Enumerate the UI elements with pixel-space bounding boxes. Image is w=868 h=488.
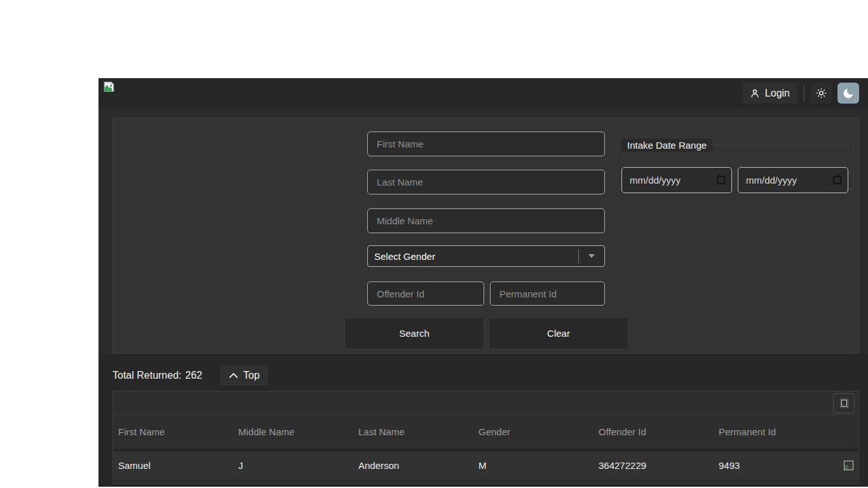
grid-header-row: First Name Middle Name Last Name Gender … bbox=[113, 415, 858, 451]
dark-theme-button[interactable] bbox=[837, 83, 859, 104]
total-returned-value: 262 bbox=[186, 370, 203, 381]
total-returned: Total Returned: 262 bbox=[112, 370, 202, 381]
gender-select-value: Select Gender bbox=[368, 251, 578, 262]
cell-first-name: Samuel bbox=[113, 460, 233, 471]
results-bar: Total Returned: 262 Top bbox=[112, 365, 268, 386]
intake-date-to-field bbox=[738, 167, 848, 193]
permanent-id-input[interactable] bbox=[490, 281, 605, 306]
grid-toolbar-button[interactable] bbox=[833, 393, 855, 413]
scroll-top-label: Top bbox=[243, 370, 260, 381]
column-header-permanent-id: Permanent Id bbox=[714, 426, 834, 437]
column-header-gender: Gender bbox=[473, 426, 593, 437]
login-label: Login bbox=[765, 88, 790, 99]
column-header-middle-name: Middle Name bbox=[233, 426, 353, 437]
column-header-offender-id: Offender Id bbox=[593, 426, 714, 437]
cell-permanent-id: 9493 bbox=[714, 460, 834, 471]
last-name-input[interactable] bbox=[367, 170, 605, 194]
intake-date-from-field bbox=[621, 167, 732, 193]
cell-gender: M bbox=[473, 460, 593, 471]
intake-date-to-input[interactable] bbox=[738, 175, 833, 186]
app-window: Login bbox=[98, 78, 868, 487]
results-grid: First Name Middle Name Last Name Gender … bbox=[112, 391, 859, 484]
table-row[interactable]: Samuel J Anderson M 364272229 9493 bbox=[113, 451, 858, 480]
chevron-up-icon bbox=[229, 372, 238, 379]
moon-icon bbox=[842, 87, 855, 100]
broken-image-icon[interactable] bbox=[844, 461, 853, 470]
intake-date-from-input[interactable] bbox=[622, 175, 717, 186]
intake-date-range-legend: Intake Date Range bbox=[621, 139, 712, 152]
search-panel: Select Gender Intake Date Range Search C… bbox=[112, 118, 859, 354]
light-theme-button[interactable] bbox=[810, 83, 832, 104]
logo-broken-image-icon bbox=[104, 81, 114, 92]
offender-id-input[interactable] bbox=[367, 281, 484, 306]
search-button[interactable]: Search bbox=[344, 317, 484, 349]
total-returned-label: Total Returned: bbox=[112, 370, 182, 381]
gender-select[interactable]: Select Gender bbox=[367, 245, 605, 267]
results-section: Total Returned: 262 Top First bbox=[98, 354, 868, 487]
calendar-icon[interactable] bbox=[833, 176, 841, 184]
middle-name-input[interactable] bbox=[367, 208, 605, 233]
clear-button[interactable]: Clear bbox=[489, 317, 628, 349]
scroll-top-button[interactable]: Top bbox=[220, 365, 268, 386]
header-actions: Login bbox=[743, 78, 859, 108]
cell-offender-id: 364272229 bbox=[593, 460, 714, 471]
broken-image-icon bbox=[841, 400, 847, 407]
column-header-last-name: Last Name bbox=[353, 426, 473, 437]
calendar-icon[interactable] bbox=[717, 176, 725, 184]
sun-icon bbox=[815, 87, 827, 99]
page: Login bbox=[0, 0, 868, 488]
login-button[interactable]: Login bbox=[743, 83, 798, 104]
cell-middle-name: J bbox=[233, 460, 353, 471]
intake-date-range-fieldset: Intake Date Range bbox=[616, 139, 854, 189]
grid-toolbar bbox=[113, 391, 858, 415]
chevron-down-icon bbox=[579, 254, 604, 258]
first-name-input[interactable] bbox=[367, 132, 605, 156]
app-header: Login bbox=[98, 78, 868, 108]
column-header-first-name: First Name bbox=[113, 426, 233, 437]
person-icon bbox=[749, 88, 761, 99]
header-divider bbox=[804, 85, 804, 102]
cell-last-name: Anderson bbox=[353, 460, 473, 471]
